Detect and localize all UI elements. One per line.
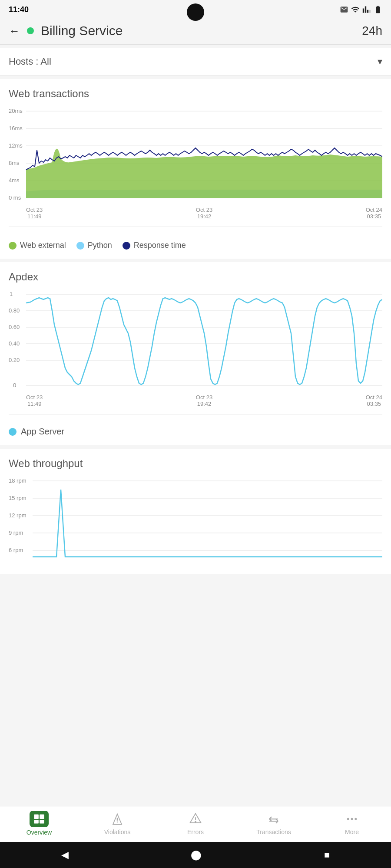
throughput-svg: 18 rpm 15 rpm 12 rpm 9 rpm 6 rpm <box>9 477 382 563</box>
web-external-dot <box>9 242 17 250</box>
throughput-title: Web throughput <box>9 457 382 470</box>
svg-rect-37 <box>34 820 39 823</box>
status-icons <box>340 5 382 14</box>
svg-rect-0 <box>369 10 371 13</box>
more-icon <box>344 811 360 827</box>
svg-point-42 <box>195 821 196 822</box>
svg-rect-38 <box>40 820 44 823</box>
legend-response-time: Response time <box>123 241 186 250</box>
x-label-1: Oct 23 19:42 <box>196 207 212 220</box>
svg-rect-36 <box>40 815 44 819</box>
svg-text:12ms: 12ms <box>9 142 23 149</box>
svg-rect-39 <box>117 818 118 821</box>
recents-sys-btn[interactable]: ■ <box>324 849 330 861</box>
home-sys-btn[interactable]: ⬤ <box>191 849 202 861</box>
status-time: 11:40 <box>9 5 29 14</box>
app-header: ← Billing Service 24h <box>0 19 391 45</box>
nav-violations-label: Violations <box>104 829 130 835</box>
transactions-icon <box>266 811 282 827</box>
apdex-x-label-0: Oct 23 11:49 <box>26 394 43 407</box>
apdex-x-label-2: Oct 24 03:35 <box>366 394 382 407</box>
nav-spacer <box>0 574 391 635</box>
svg-point-40 <box>117 822 118 823</box>
nav-errors-label: Errors <box>187 829 204 835</box>
web-transactions-title: Web transactions <box>9 88 382 100</box>
apdex-chart: 1 0.80 0.60 0.40 0.20 0 <box>9 290 382 391</box>
app-server-dot <box>9 428 17 436</box>
svg-text:12 rpm: 12 rpm <box>9 512 26 519</box>
svg-text:4ms: 4ms <box>9 177 20 184</box>
x-label-2: Oct 24 03:35 <box>366 207 382 220</box>
web-tx-svg: 0 ms 4ms 8ms 12ms 16ms 20ms <box>9 107 382 202</box>
bottom-nav: Overview Violations Errors <box>0 806 391 842</box>
chevron-down-icon: ▾ <box>378 56 382 67</box>
x-label-0: Oct 23 11:49 <box>26 207 43 220</box>
service-status-dot <box>27 27 34 34</box>
svg-point-43 <box>347 818 349 820</box>
signal-icon <box>362 5 371 14</box>
legend-web-external: Web external <box>9 241 66 250</box>
nav-more-label: More <box>345 829 359 835</box>
violations-icon <box>109 811 125 827</box>
svg-text:9 rpm: 9 rpm <box>9 529 23 536</box>
response-time-label: Response time <box>134 241 186 250</box>
violations-svg <box>111 812 124 825</box>
svg-text:0 ms: 0 ms <box>9 194 21 201</box>
nav-overview-label: Overview <box>27 829 52 836</box>
svg-text:0.60: 0.60 <box>9 324 20 330</box>
hosts-filter[interactable]: Hosts : All ▾ <box>0 48 391 76</box>
nav-violations[interactable]: Violations <box>78 811 156 835</box>
web-tx-legend: Web external Python Response time <box>9 234 382 250</box>
nav-more[interactable]: More <box>313 811 391 835</box>
errors-svg <box>189 812 202 825</box>
svg-text:1: 1 <box>10 291 13 297</box>
apdex-x-labels: Oct 23 11:49 Oct 23 19:42 Oct 24 03:35 <box>9 391 382 407</box>
service-title: Billing Service <box>41 23 123 38</box>
header-left: ← Billing Service <box>9 23 123 38</box>
app-server-label: App Server <box>21 427 64 437</box>
hosts-label: Hosts : All <box>9 56 51 67</box>
apdex-svg: 1 0.80 0.60 0.40 0.20 0 <box>9 290 382 390</box>
camera-notch <box>187 3 204 21</box>
response-time-dot <box>123 242 130 250</box>
web-tx-x-labels: Oct 23 11:49 Oct 23 19:42 Oct 24 03:35 <box>9 204 382 220</box>
svg-text:6 rpm: 6 rpm <box>9 547 23 553</box>
svg-rect-35 <box>34 815 39 819</box>
apdex-divider <box>9 414 382 414</box>
svg-text:0.20: 0.20 <box>9 357 20 363</box>
python-label: Python <box>88 241 112 250</box>
nav-transactions[interactable]: Transactions <box>235 811 313 835</box>
svg-text:20ms: 20ms <box>9 108 23 114</box>
python-dot <box>76 242 84 250</box>
svg-text:15 rpm: 15 rpm <box>9 495 26 501</box>
battery-icon <box>374 5 382 14</box>
svg-point-45 <box>355 818 357 820</box>
throughput-chart: 18 rpm 15 rpm 12 rpm 9 rpm 6 rpm <box>9 477 382 565</box>
svg-text:16ms: 16ms <box>9 125 23 132</box>
apdex-section: Apdex 1 0.80 0.60 0.40 0.20 0 Oct 23 11:… <box>0 262 391 445</box>
more-svg <box>345 812 358 825</box>
legend-python: Python <box>76 241 112 250</box>
nav-overview[interactable]: Overview <box>0 811 78 836</box>
time-range-label[interactable]: 24h <box>362 24 382 38</box>
overview-icon <box>33 813 45 825</box>
errors-icon <box>188 811 203 827</box>
web-transactions-section: Web transactions 0 ms 4ms 8ms 12ms 16ms … <box>0 79 391 259</box>
nav-errors[interactable]: Errors <box>156 811 235 835</box>
web-external-label: Web external <box>20 241 66 250</box>
legend-divider <box>9 227 382 227</box>
svg-text:8ms: 8ms <box>9 160 20 166</box>
gmail-icon <box>340 5 348 14</box>
svg-point-44 <box>351 818 353 820</box>
system-nav: ◀ ⬤ ■ <box>0 842 391 868</box>
nav-transactions-label: Transactions <box>256 829 291 835</box>
svg-text:0: 0 <box>13 382 16 388</box>
svg-text:0.80: 0.80 <box>9 307 20 314</box>
web-transactions-chart: 0 ms 4ms 8ms 12ms 16ms 20ms <box>9 107 382 204</box>
svg-text:0.40: 0.40 <box>9 340 20 347</box>
app-server-legend: App Server <box>9 421 382 437</box>
apdex-x-label-1: Oct 23 19:42 <box>196 394 212 407</box>
back-button[interactable]: ← <box>9 24 20 38</box>
apdex-title: Apdex <box>9 271 382 283</box>
back-sys-btn[interactable]: ◀ <box>61 849 69 861</box>
